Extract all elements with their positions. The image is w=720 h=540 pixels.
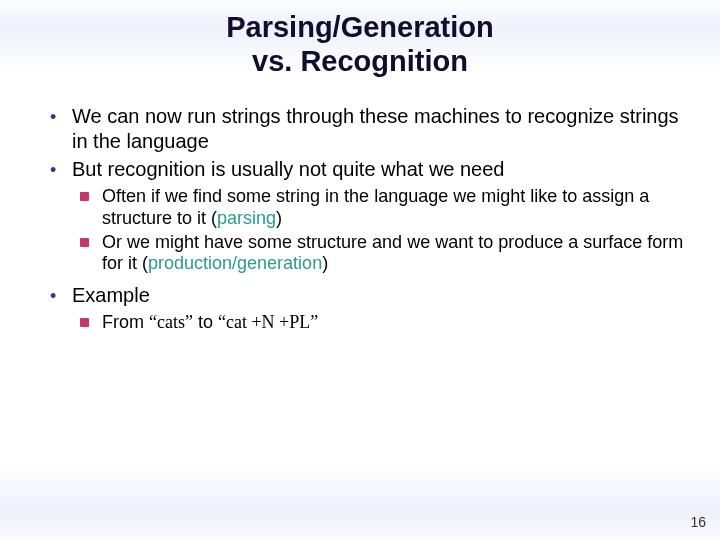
b3s1-b: to bbox=[193, 312, 218, 332]
slide-title: Parsing/Generation vs. Recognition bbox=[0, 0, 720, 78]
b2s1-pre: Often if we find some string in the lang… bbox=[102, 186, 649, 228]
bullet-2-sub-2: Or we might have some structure and we w… bbox=[76, 232, 690, 276]
square-bullet-icon bbox=[80, 318, 89, 327]
b3s1-quote2: “cat +N +PL” bbox=[218, 312, 318, 332]
bullet-2-sublist: Often if we find some string in the lang… bbox=[76, 186, 690, 276]
bullet-list: We can now run strings through these mac… bbox=[48, 104, 690, 333]
bullet-2-text: But recognition is usually not quite wha… bbox=[72, 158, 505, 180]
square-bullet-icon bbox=[80, 238, 89, 247]
bullet-3-text: Example bbox=[72, 284, 150, 306]
b3s1-quote1: “cats” bbox=[149, 312, 193, 332]
b2s2-term: production/generation bbox=[148, 253, 322, 273]
b2s1-term: parsing bbox=[217, 208, 276, 228]
bullet-2-sub-1: Often if we find some string in the lang… bbox=[76, 186, 690, 230]
bullet-3: Example From “cats” to “cat +N +PL” bbox=[48, 283, 690, 333]
slide-body: We can now run strings through these mac… bbox=[0, 78, 720, 333]
square-bullet-icon bbox=[80, 192, 89, 201]
page-number: 16 bbox=[690, 514, 706, 530]
bullet-3-sublist: From “cats” to “cat +N +PL” bbox=[76, 312, 690, 334]
bullet-1-text: We can now run strings through these mac… bbox=[72, 105, 679, 151]
b2s1-post: ) bbox=[276, 208, 282, 228]
b3s1-a: From bbox=[102, 312, 149, 332]
bullet-2: But recognition is usually not quite wha… bbox=[48, 157, 690, 275]
b2s2-post: ) bbox=[322, 253, 328, 273]
bullet-3-sub-1: From “cats” to “cat +N +PL” bbox=[76, 312, 690, 334]
title-line-2: vs. Recognition bbox=[252, 45, 468, 77]
title-line-1: Parsing/Generation bbox=[226, 11, 494, 43]
bullet-1: We can now run strings through these mac… bbox=[48, 104, 690, 153]
